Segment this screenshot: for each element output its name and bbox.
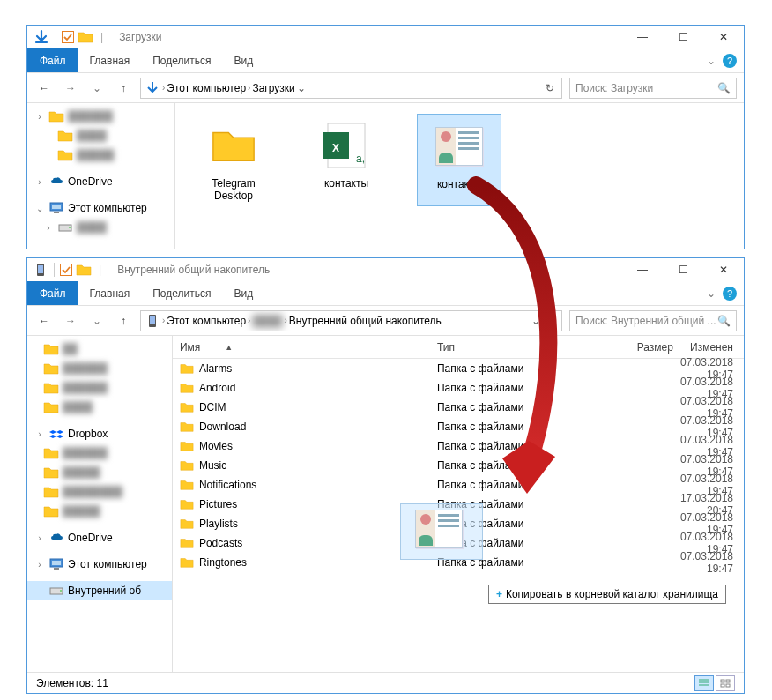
row-name: Music [199, 459, 226, 472]
breadcrumb-item[interactable]: Этот компьютер [167, 315, 246, 327]
col-type[interactable]: Тип [437, 341, 605, 354]
search-input[interactable]: Поиск: Внутренний общий ... 🔍 [569, 310, 737, 331]
column-headers[interactable]: Имя▲ Тип Размер Изменен [173, 336, 744, 359]
view-details-button[interactable] [694, 675, 714, 691]
up-button[interactable]: ↑ [114, 311, 133, 331]
table-row[interactable]: NotificationsПапка с файлами07.03.2018 1… [173, 475, 744, 495]
up-button[interactable]: ↑ [114, 78, 133, 98]
help-icon[interactable]: ? [723, 54, 737, 68]
explorer-window-downloads: | Загрузки — ☐ ✕ Файл Главная Поделиться… [26, 25, 745, 249]
svg-rect-12 [726, 680, 730, 682]
item-label: контакты [324, 177, 368, 190]
table-row[interactable]: AlarmsПапка с файлами07.03.2018 19:47 [173, 359, 744, 378]
view-tab[interactable]: Вид [222, 281, 264, 305]
close-button[interactable]: ✕ [703, 26, 744, 48]
navigation-tree[interactable]: ██ ██████ ██████ ████ ›Dropbox ██████ ██… [27, 336, 173, 672]
content-area[interactable]: Имя▲ Тип Размер Изменен AlarmsПапка с фа… [173, 336, 744, 672]
file-tab[interactable]: Файл [27, 48, 78, 72]
svg-text:X: X [332, 142, 339, 154]
address-bar: ← → ⌄ ↑ › Этот компьютер › Загрузки ⌄ ↻ … [27, 73, 744, 103]
address-bar: ← → ⌄ ↑ › Этот компьютер › ████ › Внутре… [27, 306, 744, 336]
grid-item-folder[interactable]: Telegram Desktop [191, 114, 276, 206]
grid-item-contacts-selected[interactable]: контакты [417, 114, 501, 206]
ribbon: Файл Главная Поделиться Вид ⌄ ? [27, 281, 744, 306]
status-text: Элементов: 11 [36, 677, 108, 689]
minimize-button[interactable]: — [622, 26, 663, 48]
tree-this-pc[interactable]: ›Этот компьютер [27, 555, 172, 574]
row-name: Download [199, 421, 246, 433]
tree-internal-storage[interactable]: Внутренний об [27, 581, 172, 600]
row-name: Playlists [199, 518, 238, 530]
recent-dropdown[interactable]: ⌄ [87, 311, 107, 331]
ribbon-collapse-icon[interactable]: ⌄ [707, 55, 716, 67]
table-row[interactable]: MusicПапка с файлами07.03.2018 19:47 [173, 456, 744, 475]
drop-tip-text: Копировать в корневой каталог хранилища [506, 588, 718, 600]
row-type: Папка с файлами [437, 401, 605, 413]
tree-drive[interactable]: ›████ [27, 218, 174, 237]
breadcrumb-item[interactable]: Внутренний общий накопитель [289, 315, 442, 327]
refresh-button[interactable]: ↻ [542, 315, 558, 327]
close-button[interactable]: ✕ [703, 258, 744, 281]
grid-item-excel[interactable]: Xa, контакты [304, 114, 389, 206]
recent-dropdown[interactable]: ⌄ [87, 78, 107, 98]
view-tab[interactable]: Вид [222, 48, 264, 72]
download-arrow-icon [33, 28, 50, 46]
minimize-button[interactable]: — [622, 258, 663, 281]
file-tab[interactable]: Файл [27, 281, 78, 305]
breadcrumb-dropdown[interactable]: ⌄ [297, 82, 306, 94]
titlebar[interactable]: | Загрузки — ☐ ✕ [27, 26, 744, 48]
row-name: Podcasts [199, 537, 242, 549]
titlebar[interactable]: | Внутренний общий накопитель — ☐ ✕ [27, 258, 744, 281]
window-title: Загрузки [119, 31, 161, 43]
svg-rect-11 [721, 680, 724, 682]
tree-onedrive[interactable]: ›OneDrive [27, 172, 174, 191]
qat-properties-icon[interactable] [60, 264, 72, 276]
maximize-button[interactable]: ☐ [663, 26, 703, 48]
row-type: Папка с файлами [437, 440, 605, 452]
navigation-tree[interactable]: ›██████ ████ █████ ›OneDrive ⌄Этот компь… [27, 103, 175, 249]
breadcrumb[interactable]: › Этот компьютер › Загрузки ⌄ ↻ [140, 78, 562, 99]
breadcrumb-item-blurred[interactable]: ████ [252, 315, 282, 327]
search-input[interactable]: Поиск: Загрузки 🔍 [569, 78, 737, 99]
breadcrumb[interactable]: › Этот компьютер › ████ › Внутренний общ… [140, 310, 562, 331]
folder-icon [78, 29, 93, 45]
forward-button[interactable]: → [61, 311, 80, 331]
window-title: Внутренний общий накопитель [117, 264, 270, 276]
content-area[interactable]: Telegram Desktop Xa, контакты контакты [175, 103, 744, 249]
share-tab[interactable]: Поделиться [141, 48, 222, 72]
search-icon: 🔍 [717, 82, 731, 94]
table-row[interactable]: AndroidПапка с файлами07.03.2018 19:47 [173, 378, 744, 398]
help-icon[interactable]: ? [723, 287, 737, 301]
maximize-button[interactable]: ☐ [663, 258, 703, 281]
qat-properties-icon[interactable] [62, 31, 74, 43]
tree-this-pc[interactable]: ⌄Этот компьютер [27, 198, 174, 218]
breadcrumb-dropdown[interactable]: ⌄ [531, 315, 540, 327]
home-tab[interactable]: Главная [78, 281, 142, 305]
row-type: Папка с файлами [437, 382, 605, 394]
svg-rect-13 [721, 684, 724, 687]
item-label: Telegram Desktop [195, 177, 272, 203]
share-tab[interactable]: Поделиться [141, 281, 222, 305]
table-row[interactable]: DownloadПапка с файлами07.03.2018 19:47 [173, 417, 744, 436]
status-bar: Элементов: 11 [27, 672, 744, 693]
table-row[interactable]: MoviesПапка с файлами07.03.2018 19:47 [173, 436, 744, 456]
home-tab[interactable]: Главная [78, 48, 142, 72]
tree-dropbox[interactable]: ›Dropbox [27, 424, 172, 443]
table-row[interactable]: DCIMПапка с файлами07.03.2018 19:47 [173, 398, 744, 417]
sort-indicator-icon: ▲ [225, 343, 233, 352]
breadcrumb-item[interactable]: Этот компьютер [167, 82, 246, 94]
back-button[interactable]: ← [34, 78, 54, 98]
col-modified[interactable]: Изменен [680, 341, 744, 354]
back-button[interactable]: ← [34, 311, 54, 331]
search-icon: 🔍 [717, 315, 731, 327]
tree-onedrive[interactable]: ›OneDrive [27, 528, 172, 547]
col-size[interactable]: Размер [605, 341, 680, 354]
breadcrumb-item[interactable]: Загрузки [252, 82, 294, 94]
col-name[interactable]: Имя [180, 341, 200, 354]
phone-icon [33, 262, 48, 278]
forward-button[interactable]: → [61, 78, 80, 98]
row-name: Android [199, 382, 235, 394]
view-icons-button[interactable] [716, 675, 735, 691]
ribbon-collapse-icon[interactable]: ⌄ [707, 287, 716, 300]
refresh-button[interactable]: ↻ [542, 82, 558, 94]
